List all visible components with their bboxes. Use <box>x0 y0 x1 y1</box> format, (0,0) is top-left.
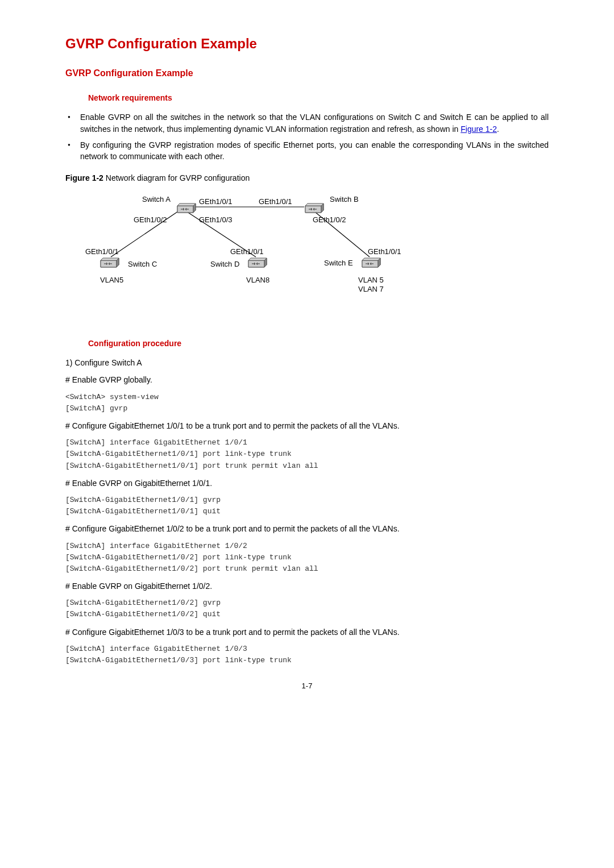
switch-icon <box>304 202 325 214</box>
config-text: # Enable GVRP on GigabitEthernet 1/0/2. <box>65 580 549 592</box>
code-block: <SwitchA> system-view [SwitchA] gvrp <box>65 392 549 414</box>
network-diagram: Switch A GEth1/0/1 GEth1/0/1 Switch B GE… <box>85 190 404 315</box>
code-block: [SwitchA] interface GigabitEthernet 1/0/… <box>65 437 549 471</box>
network-requirements-heading: Network requirements <box>88 92 549 103</box>
config-text: # Configure GigabitEthernet 1/0/1 to be … <box>65 420 549 431</box>
code-block: [SwitchA-GigabitEthernet1/0/1] gvrp [Swi… <box>65 495 549 517</box>
figure-link[interactable]: Figure 1-2 <box>460 124 497 134</box>
list-text-post: . <box>497 124 499 134</box>
switch-icon <box>247 257 268 268</box>
port-label: GEth1/0/1 <box>259 197 292 207</box>
switch-icon <box>361 257 381 268</box>
section-title: GVRP Configuration Example <box>65 67 549 80</box>
vlan-label: VLAN8 <box>246 275 269 286</box>
config-text: # Enable GVRP on GigabitEthernet 1/0/1. <box>65 477 549 489</box>
figure-description: Network diagram for GVRP configuration <box>103 173 250 182</box>
step-heading: 1) Configure Switch A <box>65 357 549 368</box>
code-block: [SwitchA-GigabitEthernet1/0/2] gvrp [Swi… <box>65 597 549 620</box>
configuration-procedure-heading: Configuration procedure <box>88 338 549 349</box>
vlan-label: VLAN 7 <box>358 284 384 295</box>
code-block: [SwitchA] interface GigabitEthernet 1/0/… <box>65 643 549 666</box>
page-number: 1-7 <box>65 681 549 692</box>
port-label: GEth1/0/1 <box>85 247 119 258</box>
figure-caption: Figure 1-2 Network diagram for GVRP conf… <box>65 172 549 184</box>
vlan-label: VLAN5 <box>100 275 123 286</box>
config-text: # Enable GVRP globally. <box>65 374 549 385</box>
switch-icon <box>176 202 197 214</box>
switch-e-label: Switch E <box>324 258 353 269</box>
config-text: # Configure GigabitEthernet 1/0/2 to be … <box>65 523 549 534</box>
switch-a-label: Switch A <box>142 194 171 205</box>
port-label: GEth1/0/1 <box>199 197 233 207</box>
port-label: GEth1/0/3 <box>199 215 233 226</box>
config-text: # Configure GigabitEthernet 1/0/3 to be … <box>65 626 549 638</box>
port-label: GEth1/0/2 <box>134 215 167 226</box>
page-title: GVRP Configuration Example <box>65 34 549 54</box>
list-item: Enable GVRP on all the switches in the n… <box>65 111 549 135</box>
port-label: GEth1/0/2 <box>313 215 346 226</box>
switch-d-label: Switch D <box>210 259 239 270</box>
switch-icon <box>99 257 120 268</box>
switch-b-label: Switch B <box>330 194 359 205</box>
list-item: By configuring the GVRP registration mod… <box>65 139 549 163</box>
code-block: [SwitchA] interface GigabitEthernet 1/0/… <box>65 541 549 575</box>
figure-label: Figure 1-2 <box>65 173 103 182</box>
port-label: GEth1/0/1 <box>368 247 401 258</box>
port-label: GEth1/0/1 <box>230 247 264 258</box>
list-text: By configuring the GVRP registration mod… <box>80 140 549 161</box>
switch-c-label: Switch C <box>128 259 157 270</box>
requirements-list: Enable GVRP on all the switches in the n… <box>65 111 549 162</box>
